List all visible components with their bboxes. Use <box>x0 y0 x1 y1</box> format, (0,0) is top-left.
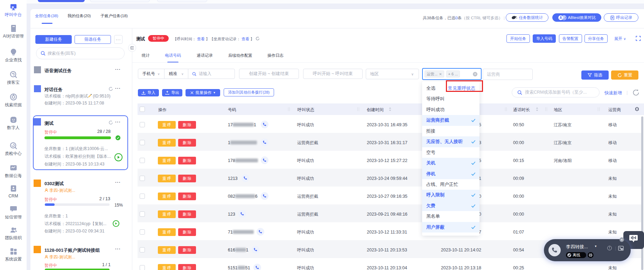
svg-text:B: B <box>563 16 565 20</box>
